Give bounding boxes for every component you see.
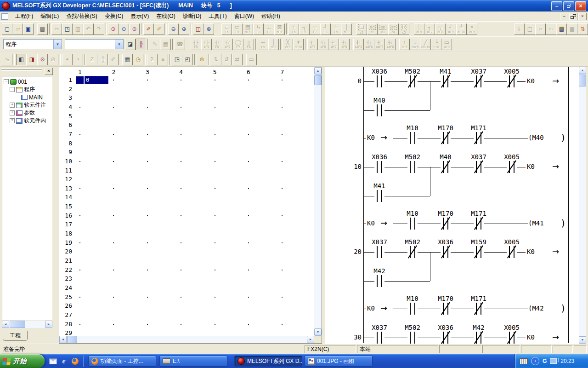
network-icon[interactable] xyxy=(550,358,557,364)
statement-button[interactable]: ✐ xyxy=(154,23,164,35)
tree-item-软元件内[interactable]: +软元件内 xyxy=(2,117,52,125)
mdi-minimize-button[interactable]: – xyxy=(560,13,568,20)
vscroll-thumb[interactable] xyxy=(579,75,586,86)
close-panel-icon[interactable]: × xyxy=(45,68,53,75)
save-button[interactable]: ▣ xyxy=(23,23,34,35)
sfc-sim-divergence-icon: ╤ xyxy=(313,24,317,30)
sfc-zoom-partition-button[interactable]: ◧ xyxy=(16,54,27,65)
minimize-button[interactable]: – xyxy=(551,1,562,11)
find-device-icon: ⊙ xyxy=(111,26,115,32)
chevron-down-icon[interactable]: ▼ xyxy=(115,40,123,49)
print-button[interactable]: ▤ xyxy=(37,23,48,35)
hscroll-thumb[interactable] xyxy=(10,321,25,328)
menu-edit[interactable]: 编辑(E) xyxy=(37,12,62,21)
find-device-button[interactable]: ⊙ xyxy=(108,23,119,35)
language-bar-icon[interactable]: ‹ xyxy=(531,357,539,365)
ime-icon[interactable]: G xyxy=(543,358,547,364)
copy-button[interactable]: ◳ xyxy=(62,23,73,35)
menu-online[interactable]: 在线(O) xyxy=(153,12,179,21)
tree-expander-icon[interactable]: - xyxy=(4,79,9,84)
sfc-grid-dot xyxy=(215,297,215,298)
scroll-right-icon[interactable]: ► xyxy=(45,321,52,328)
start-button[interactable]: 开始 xyxy=(0,354,45,368)
project-data-list-button[interactable]: ◫ xyxy=(193,23,204,35)
block-sort-button[interactable]: ⇅ xyxy=(577,23,588,35)
scroll-down-icon[interactable]: ▼ xyxy=(579,336,586,344)
scroll-left-icon[interactable]: ◄ xyxy=(2,321,9,328)
hscroll-thumb[interactable] xyxy=(67,336,77,343)
program-verify-button[interactable]: ◪ xyxy=(125,39,136,50)
task-button[interactable]: MELSOFT系列 GX D... xyxy=(234,356,302,367)
chevron-down-icon[interactable]: ▼ xyxy=(53,40,62,49)
sfc-step-cell[interactable]: 0 xyxy=(85,76,108,84)
scroll-up-icon[interactable]: ▲ xyxy=(579,67,586,74)
device-label: X036 xyxy=(362,153,397,161)
scroll-down-icon[interactable]: ▼ xyxy=(314,328,322,336)
scroll-right-icon[interactable]: ► xyxy=(307,336,314,343)
find-string-button[interactable]: ⊙ xyxy=(129,23,140,35)
data-name-combobox[interactable]: ▼ xyxy=(65,39,124,49)
sfc-device-find-button[interactable]: ⊙ xyxy=(37,54,48,65)
sfc-partition-edit-button[interactable]: ◨ xyxy=(27,54,37,65)
telephone-line-button: ☎ xyxy=(175,39,185,50)
sfc-column-header: 2 xyxy=(107,69,120,75)
sfc-block-display-button[interactable]: ▦ xyxy=(122,54,133,65)
sfc-column-header: 1 xyxy=(73,69,87,75)
open-button[interactable]: ▱ xyxy=(12,23,23,35)
menu-diagnostics[interactable]: 诊断(D) xyxy=(179,12,205,21)
zoom-out-button[interactable]: ⊖ xyxy=(168,23,179,35)
new-button[interactable]: ▢ xyxy=(2,23,12,35)
sfc-step-cursor[interactable] xyxy=(76,76,84,84)
quicklaunch-firefox[interactable] xyxy=(71,357,79,365)
find-replace-device-button[interactable]: ⊙ xyxy=(119,23,129,35)
menu-project[interactable]: 工程(F) xyxy=(11,12,37,21)
tab-project[interactable]: 工程 xyxy=(3,331,28,341)
panel-drag-handle[interactable] xyxy=(1,68,42,70)
scroll-left-icon[interactable]: ◄ xyxy=(59,336,67,343)
scroll-up-icon[interactable]: ▲ xyxy=(314,67,322,75)
panel-drag-handle[interactable] xyxy=(1,70,42,72)
zoom-in-button[interactable]: ⊕ xyxy=(179,23,189,35)
sfc-time-monitor-button[interactable]: ◷ xyxy=(133,54,143,65)
new-window-button[interactable]: ◰ xyxy=(182,54,193,65)
keyboard-icon[interactable] xyxy=(520,358,528,364)
tree-item-main[interactable]: MAIN xyxy=(2,93,52,101)
sort-descending-button: ⇵ xyxy=(221,54,232,65)
mdi-close-button[interactable]: × xyxy=(578,13,587,20)
device-comment-button[interactable]: ✐ xyxy=(143,23,154,35)
menu-convert[interactable]: 变换(C) xyxy=(101,12,127,21)
sfc-find-yellow-button[interactable]: ⊚ xyxy=(197,54,207,65)
quicklaunch-ie[interactable]: e xyxy=(60,357,68,365)
mdi-child-icon[interactable] xyxy=(1,13,8,20)
tree-expander-icon[interactable]: + xyxy=(10,118,15,123)
vscroll-thumb[interactable] xyxy=(314,75,322,85)
task-button[interactable]: 功能页面 - 工控... xyxy=(88,356,156,367)
mdi-restore-button[interactable] xyxy=(569,13,577,20)
tree-expander-icon[interactable]: + xyxy=(10,103,15,108)
nc-contact-icon xyxy=(507,246,517,258)
restore-button[interactable] xyxy=(563,1,574,11)
menu-tools[interactable]: 工具(T) xyxy=(205,12,230,21)
tree-item-软元件注[interactable]: +软元件注 xyxy=(2,101,52,109)
quicklaunch-mail[interactable] xyxy=(49,357,57,365)
task-button[interactable]: E:\ xyxy=(159,356,227,367)
nc-contact-icon xyxy=(507,161,517,173)
find-circuit-button[interactable]: ⊚ xyxy=(204,23,214,35)
block-list-button[interactable]: ▤ xyxy=(556,23,567,35)
taskbar-clock[interactable]: 20:23 xyxy=(560,358,574,364)
menu-window[interactable]: 窗口(W) xyxy=(231,12,258,21)
tree-expander-icon[interactable]: + xyxy=(10,110,15,115)
task-button[interactable]: 001.JPG - 画图 xyxy=(305,356,373,367)
project-tree-toggle-button[interactable]: ╠ xyxy=(136,39,146,50)
open-window-button[interactable]: ◳ xyxy=(172,54,182,65)
data-type-combobox[interactable]: 程序 ▼ xyxy=(3,39,62,49)
tree-item-参数[interactable]: +参数 xyxy=(2,109,52,117)
tree-expander-icon[interactable]: - xyxy=(10,87,15,92)
menu-help[interactable]: 帮助(H) xyxy=(258,12,284,21)
menu-view[interactable]: 显示(V) xyxy=(127,12,153,21)
close-button[interactable]: × xyxy=(575,1,586,11)
tree-item-001[interactable]: -001 xyxy=(2,78,52,86)
tree-item-程序[interactable]: -程序 xyxy=(2,86,52,93)
menu-find-replace[interactable]: 查找/替换(S) xyxy=(62,12,101,21)
open-bran-button: ┤├sF5 xyxy=(201,39,212,50)
